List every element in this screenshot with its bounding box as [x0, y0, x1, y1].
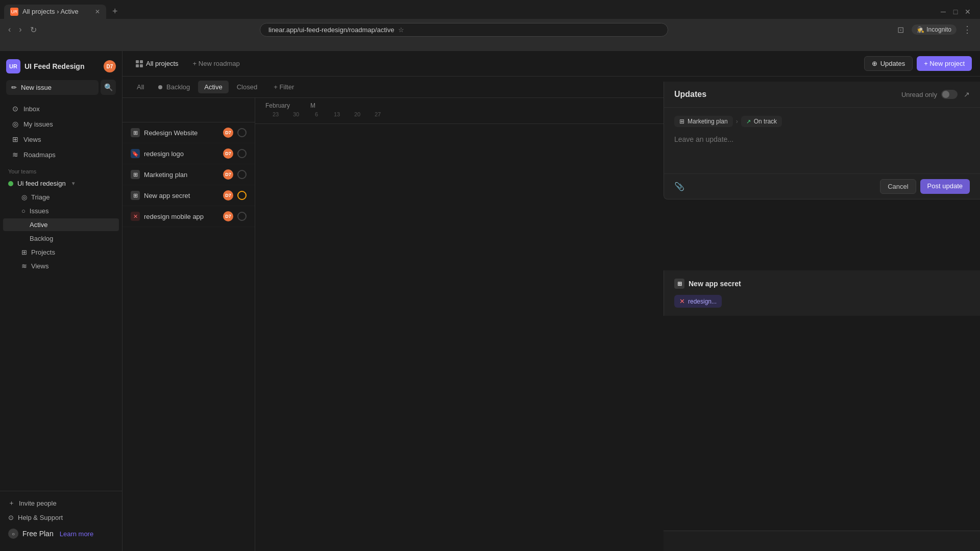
sidebar-item-team-views[interactable]: ≋ Views: [3, 260, 119, 272]
cancel-button[interactable]: Cancel: [880, 179, 916, 194]
main-toolbar: All projects + New roadmap ⊕ Updates + N…: [122, 51, 980, 77]
breadcrumb-project-icon: ⊞: [679, 118, 684, 125]
user-avatar[interactable]: D7: [104, 60, 116, 72]
team-name: Ui feed redesign: [17, 180, 66, 187]
filter-tab-closed[interactable]: Closed: [231, 81, 263, 93]
sidebar-item-backlog[interactable]: Backlog: [3, 232, 119, 245]
plus-icon: ＋: [8, 498, 15, 508]
sidebar-item-inbox[interactable]: ⊙ Inbox: [3, 102, 119, 116]
breadcrumb-status[interactable]: ↗ On track: [741, 116, 782, 127]
invite-label: Invite people: [19, 499, 57, 507]
views-icon: ⊞: [11, 135, 19, 143]
filter-tab-active[interactable]: Active: [198, 81, 228, 93]
updates-button[interactable]: ⊕ Updates: [864, 56, 913, 71]
project-row-redesign-logo[interactable]: 🔖 redesign logo D7: [122, 143, 255, 164]
close-btn[interactable]: ✕: [964, 8, 972, 16]
sidebar-item-roadmaps[interactable]: ≋ Roadmaps: [3, 147, 119, 162]
backlog-tab-label: Backlog: [166, 83, 190, 91]
incognito-label: Incognito: [926, 26, 951, 33]
all-projects-button[interactable]: All projects: [131, 57, 184, 70]
project-row-redesign-mobile[interactable]: ✕ redesign mobile app D7: [122, 206, 255, 227]
filter-tab-all[interactable]: All: [131, 81, 150, 93]
new-app-secret-panel: ⊞ New app secret ✕ redesign...: [664, 270, 980, 316]
project-name-redesign-website: Redesign Website: [144, 129, 219, 137]
extensions-icon[interactable]: ⊡: [893, 22, 908, 37]
update-input-field[interactable]: [674, 133, 970, 164]
external-link-icon[interactable]: ↗: [964, 90, 970, 98]
roadmaps-label: Roadmaps: [23, 151, 56, 159]
minimize-btn[interactable]: ─: [939, 8, 947, 16]
forward-button[interactable]: ›: [17, 23, 23, 36]
project-row-marketing-plan[interactable]: ⊞ Marketing plan D7: [122, 164, 255, 185]
inbox-label: Inbox: [23, 105, 40, 113]
pencil-icon: ✏: [11, 84, 17, 91]
browser-tab[interactable]: UR All projects › Active ✕: [4, 5, 106, 19]
project-row-new-app-secret[interactable]: ⊞ New app secret D7: [122, 185, 255, 206]
sidebar-item-projects[interactable]: ⊞ Projects: [3, 246, 119, 259]
new-project-button[interactable]: + New project: [917, 56, 972, 71]
unread-only-label: Unread only: [901, 91, 937, 98]
unread-toggle-switch[interactable]: [941, 90, 958, 99]
timeline-month-label: February: [265, 102, 290, 109]
tab-close-btn[interactable]: ✕: [95, 8, 100, 15]
all-projects-label: All projects: [146, 60, 179, 67]
invite-people-btn[interactable]: ＋ Invite people: [0, 495, 122, 511]
team-header[interactable]: Ui feed redesign ▼: [0, 177, 122, 190]
browser-menu-btn[interactable]: ⋮: [961, 22, 974, 37]
project-avatar-2: D7: [223, 169, 233, 180]
filter-label: + Filter: [274, 83, 294, 91]
tag-cross-icon: ✕: [679, 297, 685, 305]
project-avatar-0: D7: [223, 128, 233, 138]
new-roadmap-button[interactable]: + New roadmap: [188, 57, 245, 70]
back-button[interactable]: ‹: [6, 23, 13, 36]
new-app-secret-panel-icon: ⊞: [674, 279, 684, 289]
new-tab-button[interactable]: +: [108, 4, 122, 19]
filter-tab-backlog[interactable]: Backlog: [152, 81, 196, 93]
sidebar-item-triage[interactable]: ◎ Triage: [3, 191, 119, 204]
project-name-redesign-logo: redesign logo: [144, 150, 219, 158]
incognito-icon: 🕵: [917, 26, 924, 33]
bookmark-star[interactable]: ☆: [398, 26, 404, 34]
maximize-btn[interactable]: □: [951, 8, 960, 16]
redesign-tag[interactable]: ✕ redesign...: [674, 295, 722, 308]
toggle-knob: [942, 91, 949, 98]
date-30: 30: [286, 111, 306, 117]
address-bar[interactable]: linear.app/ui-feed-redesign/roadmap/acti…: [260, 23, 668, 37]
updates-label: Updates: [880, 60, 905, 67]
update-breadcrumb: ⊞ Marketing plan › ↗ On track: [674, 116, 970, 127]
plan-label: Free Plan: [22, 530, 54, 538]
new-issue-button[interactable]: ✏ New issue: [6, 80, 99, 95]
help-support-btn[interactable]: ⊙ Help & Support: [0, 511, 122, 524]
sidebar-item-issues[interactable]: ○ Issues: [3, 205, 119, 217]
new-issue-label: New issue: [21, 84, 52, 91]
sidebar-item-my-issues[interactable]: ◎ My issues: [3, 117, 119, 131]
issues-label: Issues: [30, 207, 49, 215]
project-status-4: [237, 212, 247, 221]
project-avatar-4: D7: [223, 211, 233, 221]
sidebar-item-active[interactable]: Active: [3, 218, 119, 231]
help-icon: ⊙: [8, 514, 14, 521]
team-chevron-icon: ▼: [71, 181, 76, 186]
reload-button[interactable]: ↻: [28, 23, 39, 37]
learn-more-btn[interactable]: Learn more: [60, 530, 93, 538]
toolbar-right: ⊕ Updates + New project: [864, 56, 972, 71]
inbox-icon: ⊙: [11, 105, 19, 113]
timeline-month2-label: M: [310, 102, 315, 109]
breadcrumb-project[interactable]: ⊞ Marketing plan: [674, 116, 733, 127]
attach-icon[interactable]: 📎: [674, 182, 684, 191]
help-label: Help & Support: [18, 514, 63, 521]
post-update-button[interactable]: Post update: [920, 179, 970, 194]
tab-title: All projects › Active: [22, 8, 79, 15]
date-6: 6: [306, 111, 327, 117]
date-20: 20: [347, 111, 368, 117]
address-text: linear.app/ui-feed-redesign/roadmap/acti…: [268, 26, 394, 34]
search-button[interactable]: 🔍: [101, 80, 116, 95]
backlog-dot: [158, 85, 162, 89]
sidebar-item-views[interactable]: ⊞ Views: [3, 132, 119, 146]
triage-label: Triage: [31, 193, 50, 201]
update-buttons: Cancel Post update: [880, 179, 970, 194]
project-row-redesign-website[interactable]: ⊞ Redesign Website D7: [122, 122, 255, 143]
filter-button[interactable]: + Filter: [267, 81, 300, 93]
breadcrumb-separator: ›: [736, 118, 738, 125]
sidebar: UR UI Feed Redesign D7 ✏ New issue 🔍 ⊙ I…: [0, 51, 122, 551]
